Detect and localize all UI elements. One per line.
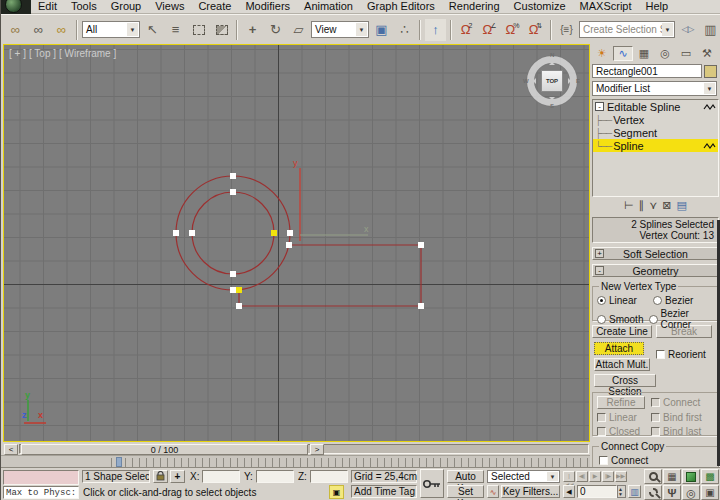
time-tag-field[interactable]: Add Time Tag — [351, 485, 417, 498]
go-to-start-button[interactable]: |◀◀ — [563, 471, 575, 482]
vertex-handle[interactable] — [418, 242, 424, 248]
menu-tools[interactable]: Tools — [64, 0, 104, 13]
select-and-scale-button[interactable]: ▱ — [288, 19, 309, 41]
unlink-selection-button[interactable]: ∞ — [28, 19, 49, 41]
time-configuration-button[interactable]: ▥ — [628, 485, 641, 498]
current-frame-field[interactable]: 0 — [577, 485, 617, 498]
mirror-button[interactable]: ◁▷ — [677, 19, 698, 41]
current-frame-marker[interactable] — [116, 457, 122, 467]
absolute-offset-mode-toggle[interactable]: + — [170, 470, 185, 483]
bind-to-space-warp-button[interactable]: ∞ — [51, 19, 72, 41]
percent-snap-toggle[interactable]: Ω% — [502, 19, 523, 41]
vertex-handle[interactable] — [286, 242, 292, 248]
bind-last-checkbox[interactable]: Bind last — [651, 426, 701, 437]
menu-animation[interactable]: Animation — [297, 0, 360, 13]
menu-customize[interactable]: Customize — [507, 0, 573, 13]
radio-bezier-corner[interactable]: Bezier Corner — [649, 308, 716, 330]
tab-display[interactable]: ▭ — [676, 46, 696, 61]
vertex-handle[interactable] — [418, 303, 424, 309]
attach-mult-button[interactable]: Attach Mult. — [594, 358, 650, 371]
maxscript-mini-listener[interactable]: Max to Physc: — [3, 486, 79, 499]
stack-row-spline[interactable]: └── Spline — [593, 139, 718, 152]
transform-z-field[interactable] — [310, 470, 348, 483]
rectangular-selection-region-button[interactable] — [188, 19, 209, 41]
spline-circle[interactable] — [192, 192, 274, 274]
connect-checkbox[interactable]: Connect — [651, 397, 700, 408]
set-key-button[interactable]: Set Key — [447, 485, 484, 498]
pin-stack-button[interactable]: ⊢ — [624, 199, 634, 212]
vertex-handle[interactable] — [236, 303, 242, 309]
select-object-button[interactable]: ↖ — [142, 19, 163, 41]
viewport-general-menu[interactable]: [ + ] — [9, 48, 26, 59]
menu-modifiers[interactable]: Modifiers — [238, 0, 297, 13]
zoom-region-button[interactable] — [644, 485, 662, 500]
key-filter-dropdown[interactable]: Selected▼ — [487, 470, 560, 483]
set-keys-button[interactable] — [420, 469, 444, 498]
tab-hierarchy[interactable]: ▦ — [634, 46, 654, 61]
tab-modify[interactable]: ∿ — [613, 46, 633, 61]
transform-y-field[interactable] — [256, 470, 294, 483]
snap-toggle-button[interactable]: Ω2 — [456, 19, 477, 41]
align-button[interactable]: ▥ — [700, 19, 720, 41]
radio-smooth[interactable]: Smooth — [597, 308, 645, 330]
angle-snap-toggle[interactable]: Ω∠ — [479, 19, 500, 41]
track-bar[interactable] — [1, 455, 590, 467]
make-unique-button[interactable]: ⋎ — [649, 199, 657, 212]
auto-key-button[interactable]: Auto Key — [447, 470, 484, 483]
reorient-checkbox[interactable]: Reorient — [656, 349, 706, 360]
select-and-link-button[interactable]: ∞ — [5, 19, 26, 41]
select-by-name-button[interactable]: ≡ — [165, 19, 186, 41]
viewcube-arrow-icon[interactable] — [568, 78, 574, 84]
viewport-pov-menu[interactable]: [ Top ] — [29, 48, 56, 59]
vertex-handle[interactable] — [230, 287, 236, 293]
menu-views[interactable]: Views — [148, 0, 191, 13]
vertex-handle[interactable] — [230, 271, 236, 277]
vertex-handle[interactable] — [173, 230, 179, 236]
object-color-swatch[interactable] — [704, 65, 717, 78]
vertex-handle[interactable] — [287, 230, 293, 236]
closed-checkbox[interactable]: Closed — [597, 426, 640, 437]
vertex-handle[interactable] — [189, 230, 195, 236]
reference-coordinate-system-dropdown[interactable]: View▼ — [311, 21, 369, 38]
viewcube-arrow-icon[interactable] — [530, 78, 536, 84]
menu-maxscript[interactable]: MAXScript — [573, 0, 639, 13]
vertex-handle[interactable] — [230, 189, 236, 195]
select-and-rotate-button[interactable]: ↻ — [265, 19, 286, 41]
select-and-manipulate-button[interactable]: ∴ — [394, 19, 415, 41]
zoom-button[interactable] — [644, 469, 662, 484]
linear-checkbox[interactable]: Linear — [597, 412, 637, 423]
show-end-result-button[interactable]: ∥ — [639, 199, 645, 212]
tab-motion[interactable]: ◎ — [655, 46, 675, 61]
play-button[interactable]: ▶ — [589, 471, 601, 482]
selection-lock-toggle[interactable] — [153, 470, 168, 483]
configure-modifier-sets-button[interactable]: ▤ — [676, 199, 686, 212]
viewcube-arrow-icon[interactable] — [549, 59, 555, 65]
viewcube-arrow-icon[interactable] — [549, 97, 555, 103]
go-to-end-button[interactable]: ▶▶| — [615, 471, 627, 482]
connect-copy-checkbox[interactable]: Connect — [599, 455, 716, 466]
refine-button[interactable]: Refine — [597, 396, 645, 409]
orbit-button[interactable]: ◎ — [682, 485, 700, 500]
zoom-all-button[interactable]: ▦ — [663, 469, 681, 484]
select-and-move-button[interactable]: + — [242, 19, 263, 41]
spline-polyline[interactable] — [239, 245, 421, 306]
maximize-viewport-toggle[interactable]: ▣ — [701, 485, 719, 500]
default-key-tangent-button[interactable]: ∿ — [487, 485, 499, 498]
menu-create[interactable]: Create — [191, 0, 238, 13]
remove-modifier-button[interactable]: ⊠ — [662, 199, 671, 212]
previous-key-button[interactable]: ◀| — [576, 471, 588, 482]
menu-help[interactable]: Help — [639, 0, 676, 13]
zoom-extents-button[interactable] — [682, 469, 700, 484]
viewport-shading-menu[interactable]: [ Wireframe ] — [59, 48, 116, 59]
macro-recorder-field[interactable] — [3, 470, 79, 485]
rollout-soft-selection[interactable]: + Soft Selection — [592, 247, 719, 260]
viewcube[interactable]: TOP N S W E — [524, 53, 580, 109]
object-name-field[interactable]: Rectangle001 — [592, 64, 702, 78]
viewport-canvas[interactable]: yxyzx [ + ] [ Top ] [ Wireframe ] TOP N … — [3, 44, 590, 442]
vertex-handle[interactable] — [230, 173, 236, 179]
radio-linear[interactable]: Linear — [597, 295, 649, 306]
menu-group[interactable]: Group — [104, 0, 149, 13]
key-filters-button[interactable]: Key Filters... — [501, 485, 560, 498]
menu-rendering[interactable]: Rendering — [442, 0, 507, 13]
stack-row-editable-spline[interactable]: - Editable Spline — [593, 100, 718, 113]
